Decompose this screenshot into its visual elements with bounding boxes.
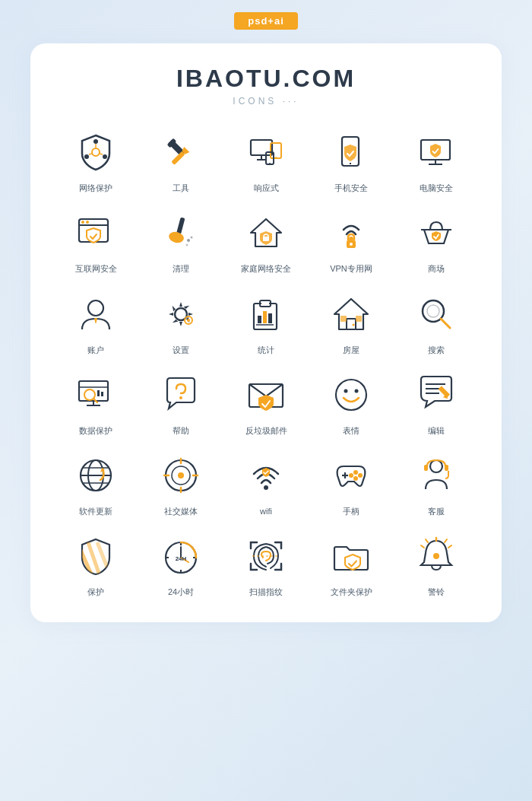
- icon-home-network-security: 家庭网络安全: [223, 208, 309, 274]
- svg-point-2: [103, 154, 107, 159]
- svg-point-38: [350, 243, 353, 246]
- svg-point-31: [191, 237, 193, 239]
- card-header: IBAOTU.COM ICONS ···: [46, 65, 486, 106]
- icon-shop: 商场: [394, 208, 479, 274]
- svg-marker-51: [334, 299, 368, 329]
- svg-rect-75: [439, 386, 451, 398]
- top-badge: psd+ai: [234, 12, 298, 30]
- svg-point-30: [187, 239, 190, 242]
- icon-internet-security: 互联网安全: [53, 208, 138, 274]
- svg-point-96: [349, 473, 353, 478]
- card-title: IBAOTU.COM: [46, 65, 486, 93]
- svg-rect-99: [445, 465, 448, 471]
- svg-point-43: [187, 319, 190, 322]
- icon-alarm: 警铃: [394, 532, 479, 597]
- svg-point-70: [344, 389, 348, 393]
- svg-point-3: [84, 154, 89, 159]
- svg-rect-52: [347, 319, 356, 329]
- svg-point-53: [353, 323, 355, 326]
- svg-point-71: [355, 389, 359, 393]
- icon-edit: 编辑: [394, 370, 479, 436]
- svg-point-69: [336, 380, 366, 410]
- icon-computer-security: 电脑安全: [394, 128, 479, 193]
- svg-rect-27: [176, 218, 185, 235]
- svg-rect-47: [258, 316, 261, 323]
- icon-settings: 设置: [138, 290, 223, 355]
- svg-rect-54: [340, 316, 347, 322]
- svg-point-32: [186, 244, 188, 246]
- icon-statistics: 统计: [223, 290, 309, 355]
- svg-line-115: [445, 539, 447, 542]
- icon-folder-protect: 文件夹保护: [309, 532, 394, 597]
- svg-point-90: [264, 485, 268, 490]
- svg-line-114: [426, 539, 428, 542]
- svg-point-118: [433, 553, 439, 559]
- icons-grid: 网络保护 工具: [46, 128, 486, 598]
- icon-search: 搜索: [394, 290, 479, 355]
- svg-point-58: [427, 305, 439, 317]
- svg-point-1: [93, 139, 98, 144]
- svg-line-6: [89, 154, 92, 154]
- icon-mobile-security: 手机安全: [309, 128, 394, 193]
- icon-help: 帮助: [138, 370, 223, 436]
- icon-vpn: VPN专用网: [309, 208, 394, 274]
- svg-point-97: [430, 460, 442, 472]
- icon-house: 房屋: [309, 290, 394, 355]
- svg-text:24H: 24H: [176, 555, 187, 562]
- svg-line-5: [100, 154, 103, 154]
- svg-point-0: [92, 148, 100, 156]
- icon-customer-service: 客服: [394, 451, 479, 517]
- icon-protect: 保护: [53, 532, 138, 597]
- svg-rect-49: [268, 313, 272, 323]
- icon-anti-spam: 反垃圾邮件: [223, 370, 309, 436]
- icon-data-protection: 数据保护: [53, 370, 138, 436]
- svg-point-95: [353, 476, 358, 481]
- icon-fingerprint: 扫描指纹: [223, 532, 309, 597]
- svg-point-39: [88, 300, 103, 316]
- icon-responsive: 响应式: [223, 128, 309, 193]
- svg-rect-48: [263, 311, 267, 323]
- svg-point-67: [179, 396, 182, 399]
- icon-software-update: 软件更新: [53, 451, 138, 517]
- svg-point-25: [81, 221, 84, 224]
- icon-24hours: 24H 24小时: [138, 532, 223, 597]
- icon-tools: 工具: [138, 128, 223, 193]
- svg-rect-98: [424, 465, 428, 471]
- svg-rect-66: [101, 392, 103, 396]
- icon-social-media: 社交媒体: [138, 451, 223, 517]
- svg-rect-65: [97, 390, 100, 396]
- icon-account: 账户: [53, 290, 138, 355]
- icon-emoji: 表情: [309, 370, 394, 436]
- svg-line-57: [441, 319, 450, 328]
- icon-clean: 清理: [138, 208, 223, 274]
- icon-wifi: wifi: [223, 451, 309, 517]
- card: IBAOTU.COM ICONS ··· 网络保护: [30, 43, 502, 622]
- svg-point-94: [358, 473, 363, 478]
- svg-point-26: [86, 221, 89, 224]
- svg-point-93: [353, 470, 358, 475]
- svg-line-117: [448, 545, 451, 548]
- card-subtitle: ICONS ···: [46, 96, 486, 106]
- svg-point-85: [178, 472, 184, 478]
- icon-gamepad: 手柄: [309, 451, 394, 517]
- icon-network-protection: 网络保护: [53, 128, 138, 193]
- svg-rect-46: [261, 301, 269, 306]
- svg-line-116: [421, 545, 424, 548]
- svg-marker-40: [94, 318, 97, 323]
- svg-rect-55: [356, 316, 362, 322]
